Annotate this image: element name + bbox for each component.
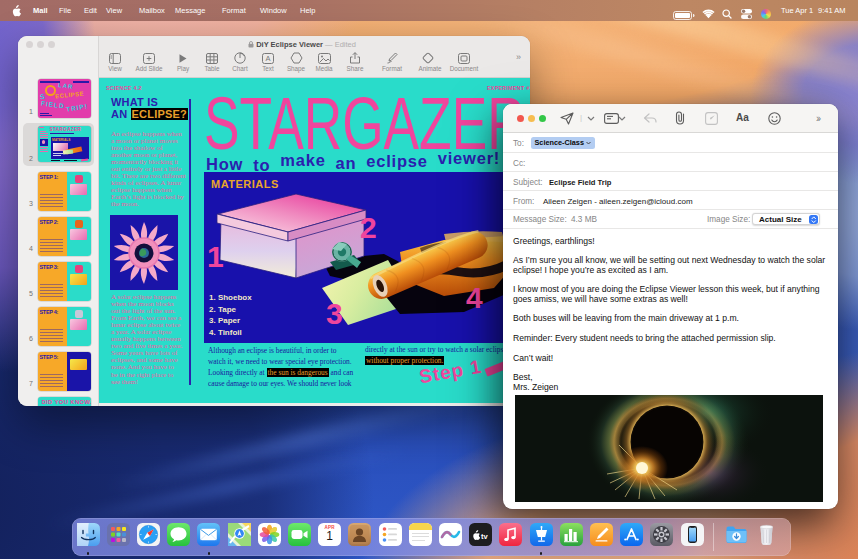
svg-text:tv: tv xyxy=(481,532,488,541)
svg-text:2. Tape: 2. Tape xyxy=(209,305,237,314)
svg-text:1. Shoebox: 1. Shoebox xyxy=(209,293,252,302)
svg-text:4: 4 xyxy=(466,281,483,314)
svg-text:3. Paper: 3. Paper xyxy=(209,316,240,325)
svg-text:2: 2 xyxy=(360,211,377,244)
svg-text:1: 1 xyxy=(207,240,224,273)
svg-text:3: 3 xyxy=(326,297,343,330)
svg-text:4. Tinfoil: 4. Tinfoil xyxy=(209,328,242,337)
svg-text:MATERIALS: MATERIALS xyxy=(211,178,279,190)
svg-text:A: A xyxy=(265,54,270,63)
